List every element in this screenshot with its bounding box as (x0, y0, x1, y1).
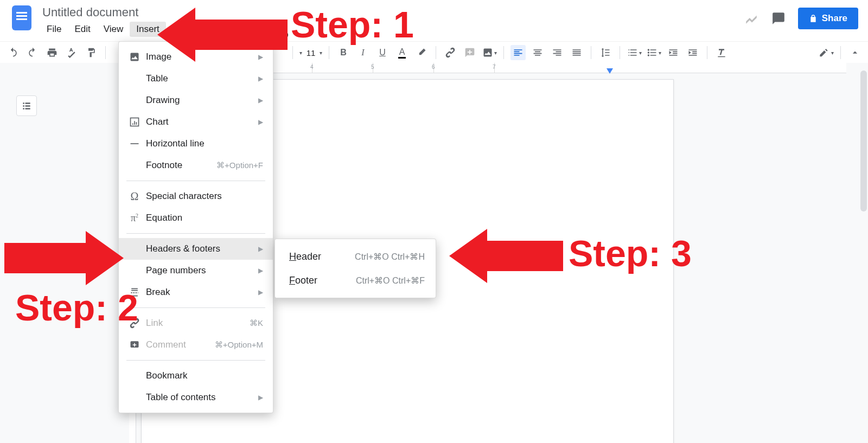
insert-link-button[interactable] (443, 45, 458, 60)
highlight-color-button[interactable] (414, 45, 429, 60)
insert-menu-special-label: Special characters (143, 191, 263, 202)
menu-edit[interactable]: Edit (68, 22, 97, 37)
insert-menu-hr-label: Horizontal line (143, 138, 263, 149)
insert-menu-break[interactable]: Break▶ (119, 281, 273, 303)
activity-icon[interactable] (744, 11, 759, 26)
insert-menu: Image▶Table▶Drawing▶Chart▶Horizontal lin… (118, 41, 273, 413)
annotation-arrow-step2 (4, 231, 124, 285)
insert-menu-chart[interactable]: Chart▶ (119, 111, 273, 133)
app-header: Untitled document File Edit View Insert … (0, 0, 868, 41)
insert-menu-hr[interactable]: Horizontal line (119, 133, 273, 155)
submenu-caret-icon: ▶ (250, 267, 263, 274)
insert-menu-footnote[interactable]: Footnote⌘+Option+F (119, 155, 273, 176)
submenu-caret-icon: ▶ (250, 394, 263, 401)
svg-point-0 (647, 49, 649, 50)
insert-menu-comment-shortcut: ⌘+Option+M (202, 340, 263, 350)
hf-submenu-footer-label: Footer (286, 275, 343, 286)
insert-menu-bookmark[interactable]: Bookmark (119, 365, 273, 387)
insert-menu-headers-label: Headers & footers (143, 243, 250, 254)
print-button[interactable] (44, 45, 60, 60)
line-spacing-button[interactable] (598, 45, 613, 60)
insert-menu-table[interactable]: Table▶ (119, 68, 273, 89)
svg-point-2 (647, 54, 649, 56)
editing-mode-button[interactable]: ▾ (819, 45, 834, 60)
insert-menu-equation-label: Equation (143, 213, 263, 223)
submenu-caret-icon: ▶ (250, 97, 263, 104)
share-button[interactable]: Share (798, 8, 858, 29)
right-indent-marker[interactable] (607, 68, 613, 74)
spellcheck-button[interactable] (64, 45, 79, 60)
svg-point-1 (647, 52, 649, 53)
insert-menu-toc-label: Table of contents (143, 392, 250, 403)
hf-submenu-footer-shortcut: Ctrl+⌘O Ctrl+⌘F (343, 275, 425, 286)
share-button-label: Share (822, 13, 847, 24)
insert-menu-comment: Comment⌘+Option+M (119, 334, 273, 356)
insert-menu-chart-label: Chart (143, 117, 250, 127)
font-size-control[interactable]: ▾ 11 ▾ (299, 48, 322, 57)
clear-formatting-button[interactable] (714, 45, 729, 60)
submenu-caret-icon: ▶ (250, 245, 263, 253)
submenu-caret-icon: ▶ (250, 288, 263, 296)
hf-submenu-header[interactable]: HeaderCtrl+⌘O Ctrl+⌘H (275, 245, 436, 268)
menu-view[interactable]: View (97, 22, 130, 37)
annotation-label-step3: Step: 3 (569, 232, 692, 274)
bulleted-list-button[interactable]: ▾ (646, 45, 661, 60)
insert-menu-pagenum-label: Page numbers (143, 265, 250, 276)
headers-footers-submenu: HeaderCtrl+⌘O Ctrl+⌘HFooterCtrl+⌘O Ctrl+… (275, 239, 436, 298)
annotation-arrow-step1 (157, 8, 288, 62)
insert-menu-footnote-shortcut: ⌘+Option+F (203, 160, 263, 170)
insert-menu-toc[interactable]: Table of contents▶ (119, 387, 273, 408)
align-right-button[interactable] (550, 45, 565, 60)
hf-submenu-header-label: Header (286, 251, 342, 262)
document-outline-button[interactable] (16, 95, 37, 116)
insert-menu-bookmark-label: Bookmark (143, 370, 263, 381)
increase-indent-button[interactable] (685, 45, 700, 60)
submenu-caret-icon: ▶ (250, 75, 263, 82)
insert-comment-button[interactable] (462, 45, 477, 60)
hr-icon (126, 138, 143, 149)
numbered-list-button[interactable]: ▾ (627, 45, 642, 60)
omega-icon: Ω (126, 190, 143, 203)
font-size-increase[interactable]: ▾ (320, 50, 322, 56)
italic-button[interactable]: I (355, 45, 371, 60)
collapse-toolbar-button[interactable] (847, 45, 863, 60)
text-color-button[interactable]: A (394, 45, 410, 60)
underline-button[interactable]: U (375, 45, 390, 60)
annotation-label-step2: Step: 2 (15, 286, 138, 329)
insert-menu-footnote-label: Footnote (143, 160, 203, 171)
insert-menu-comment-label: Comment (143, 339, 202, 350)
annotation-label-step1: Step: 1 (291, 3, 414, 46)
insert-image-button[interactable]: ▾ (482, 45, 497, 60)
font-size-decrease[interactable]: ▾ (299, 50, 302, 56)
insert-menu-link: Link⌘K (119, 312, 273, 334)
open-comments-icon[interactable] (771, 11, 786, 26)
align-center-button[interactable] (530, 45, 545, 60)
hf-submenu-header-shortcut: Ctrl+⌘O Ctrl+⌘H (342, 252, 425, 262)
comment-icon (126, 339, 143, 350)
align-justify-button[interactable] (569, 45, 584, 60)
lock-icon (809, 14, 818, 23)
align-left-button[interactable] (510, 45, 526, 60)
insert-menu-link-shortcut: ⌘K (237, 318, 263, 328)
paint-format-button[interactable] (84, 45, 99, 60)
insert-menu-equation[interactable]: π2Equation (119, 207, 273, 229)
chart-icon (126, 117, 143, 127)
decrease-indent-button[interactable] (666, 45, 681, 60)
vertical-scrollbar[interactable] (860, 70, 867, 211)
image-icon (126, 52, 143, 62)
insert-menu-drawing[interactable]: Drawing▶ (119, 89, 273, 111)
insert-menu-table-label: Table (143, 73, 250, 84)
undo-button[interactable] (5, 45, 21, 60)
docs-logo[interactable] (10, 3, 34, 36)
menu-file[interactable]: File (40, 22, 68, 37)
redo-button[interactable] (25, 45, 40, 60)
insert-menu-pagenum[interactable]: Page numbers▶ (119, 260, 273, 281)
annotation-arrow-step3 (449, 229, 563, 283)
hf-submenu-footer[interactable]: FooterCtrl+⌘O Ctrl+⌘F (275, 268, 436, 292)
bold-button[interactable]: B (336, 45, 351, 60)
submenu-caret-icon: ▶ (250, 118, 263, 126)
docs-logo-icon (12, 5, 31, 30)
insert-menu-special[interactable]: ΩSpecial characters (119, 185, 273, 207)
insert-menu-headers[interactable]: Headers & footers▶ (119, 238, 273, 260)
pi-icon: π2 (126, 213, 143, 224)
